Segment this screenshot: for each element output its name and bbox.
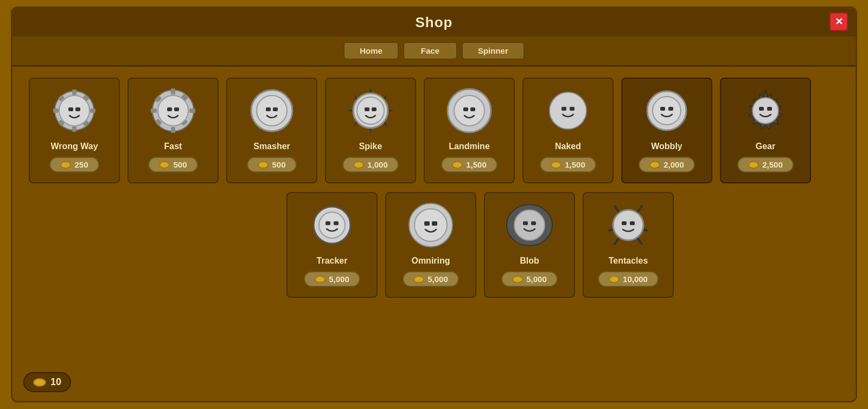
item-card-gear[interactable]: Gear 2,500	[720, 78, 811, 183]
item-card-tracker[interactable]: Tracker 5,000	[286, 192, 378, 298]
item-card-wobbly[interactable]: Wobbly 2,000	[621, 78, 712, 183]
price-gear: 2,500	[737, 157, 794, 172]
spinner-visual-wobbly	[642, 86, 691, 135]
svg-rect-65	[531, 221, 536, 225]
price-value: 5,000	[526, 274, 547, 284]
price-fast: 500	[148, 157, 197, 172]
shop-window: Shop ✕ Home Face Spinner	[11, 7, 857, 402]
item-card-tentacles[interactable]: Tentacles 10,000	[583, 192, 674, 298]
coin-icon	[649, 161, 660, 169]
item-card-landmine[interactable]: Landmine 1,500	[424, 78, 515, 183]
price-spike: 1,000	[342, 157, 399, 172]
svg-rect-38	[365, 107, 369, 111]
item-card-spike[interactable]: Spike 1,000	[325, 78, 416, 183]
close-button[interactable]: ✕	[829, 12, 848, 31]
price-value: 2,000	[663, 160, 684, 169]
price-wobbly: 2,000	[639, 157, 695, 172]
price-value: 1,000	[367, 160, 388, 169]
currency-amount: 10	[50, 376, 61, 388]
coin-icon	[60, 161, 71, 169]
svg-point-41	[454, 95, 484, 126]
coin-icon	[315, 276, 326, 283]
spinner-visual-smasher	[247, 86, 296, 135]
spinner-visual-spike	[346, 86, 395, 135]
spinner-visual-landmine	[445, 86, 494, 135]
item-row-1: Wrong Way 250	[29, 78, 839, 183]
item-card-smasher[interactable]: Smasher 500	[226, 78, 317, 183]
item-card-omniring[interactable]: Omniring 5,000	[385, 192, 476, 298]
item-name-spike: Spike	[359, 142, 382, 151]
spinner-visual-naked	[544, 86, 592, 135]
svg-rect-26	[266, 107, 271, 111]
item-name-smasher: Smasher	[253, 142, 290, 151]
price-value: 1,500	[565, 160, 585, 169]
svg-point-63	[514, 210, 545, 240]
coin-icon	[159, 161, 170, 169]
price-value: 250	[74, 160, 88, 169]
price-naked: 1,500	[540, 157, 596, 172]
item-name-blob: Blob	[520, 256, 539, 266]
svg-rect-42	[463, 107, 468, 111]
coin-icon	[748, 161, 759, 169]
coin-icon	[413, 276, 424, 283]
price-value: 500	[173, 160, 187, 169]
svg-rect-52	[759, 107, 764, 111]
spinner-visual-blob	[505, 201, 554, 250]
item-card-naked[interactable]: Naked 1,500	[522, 78, 614, 183]
item-row-2: Tracker 5,000 Omniring	[121, 192, 839, 298]
price-tracker: 5,000	[304, 271, 360, 287]
item-card-wrong-way[interactable]: Wrong Way 250	[29, 78, 120, 183]
price-omniring: 5,000	[403, 271, 459, 287]
price-blob: 5,000	[501, 271, 558, 287]
price-landmine: 1,500	[441, 157, 497, 172]
svg-point-51	[752, 98, 778, 124]
nav-bar: Home Face Spinner	[12, 36, 856, 67]
item-name-tracker: Tracker	[317, 256, 348, 266]
svg-rect-43	[470, 107, 475, 111]
spinner-visual-fast	[149, 86, 197, 135]
coin-icon	[452, 161, 463, 169]
svg-rect-13	[171, 88, 175, 94]
item-name-naked: Naked	[555, 142, 581, 151]
svg-point-9	[59, 95, 90, 126]
svg-rect-4	[90, 108, 95, 113]
item-name-omniring: Omniring	[411, 256, 450, 266]
svg-rect-60	[424, 221, 430, 226]
price-value: 2,500	[762, 160, 783, 169]
svg-rect-73	[622, 221, 627, 225]
svg-rect-22	[167, 107, 172, 111]
svg-rect-1	[72, 90, 76, 95]
svg-rect-57	[334, 221, 339, 225]
svg-rect-56	[326, 221, 330, 225]
item-name-wrong-way: Wrong Way	[50, 142, 98, 151]
svg-rect-46	[570, 107, 575, 111]
svg-rect-16	[189, 108, 195, 113]
svg-rect-49	[660, 107, 665, 111]
tab-face[interactable]: Face	[403, 42, 457, 60]
price-smasher: 500	[247, 157, 296, 172]
tab-home[interactable]: Home	[343, 42, 399, 60]
item-name-wobbly: Wobbly	[651, 142, 682, 151]
content-area: Wrong Way 250	[12, 67, 856, 401]
svg-rect-11	[75, 107, 80, 111]
svg-rect-64	[523, 221, 528, 225]
svg-point-72	[613, 210, 643, 240]
spinner-visual-omniring	[406, 201, 455, 250]
item-card-fast[interactable]: Fast 500	[127, 78, 219, 183]
svg-point-21	[158, 95, 188, 126]
svg-rect-10	[68, 107, 73, 111]
svg-point-55	[319, 212, 345, 238]
spinner-visual-wrong-way	[50, 86, 99, 135]
svg-rect-50	[668, 107, 673, 111]
spinner-visual-tracker	[308, 201, 356, 250]
price-value: 5,000	[329, 274, 349, 284]
svg-rect-2	[72, 126, 76, 132]
item-card-blob[interactable]: Blob 5,000	[484, 192, 575, 298]
item-name-tentacles: Tentacles	[609, 256, 648, 266]
svg-point-25	[257, 95, 287, 126]
price-value: 5,000	[427, 274, 448, 284]
coin-icon	[258, 161, 269, 169]
coin-icon	[551, 161, 561, 169]
price-tentacles: 10,000	[598, 271, 659, 287]
tab-spinner[interactable]: Spinner	[462, 42, 525, 60]
